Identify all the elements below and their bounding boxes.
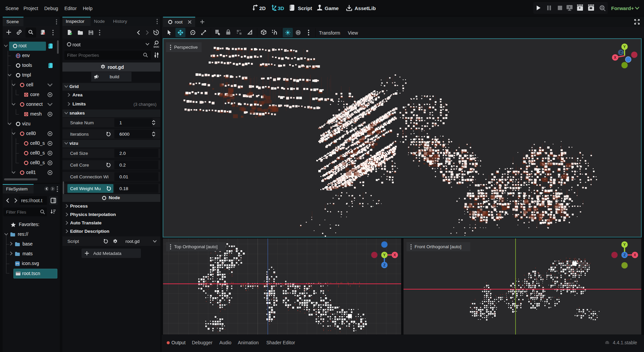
svg-text:Y: Y (623, 45, 626, 49)
svg-text:Z: Z (624, 253, 626, 257)
svg-text:X: X (614, 55, 616, 59)
svg-text:X: X (634, 253, 636, 257)
svg-text:Y: Y (383, 253, 386, 257)
svg-text:Y: Y (623, 243, 626, 247)
svg-text:X: X (393, 253, 396, 257)
svg-text:Z: Z (620, 50, 622, 54)
svg-text:DOC: DOC (154, 45, 159, 48)
svg-text:Z: Z (383, 263, 386, 267)
